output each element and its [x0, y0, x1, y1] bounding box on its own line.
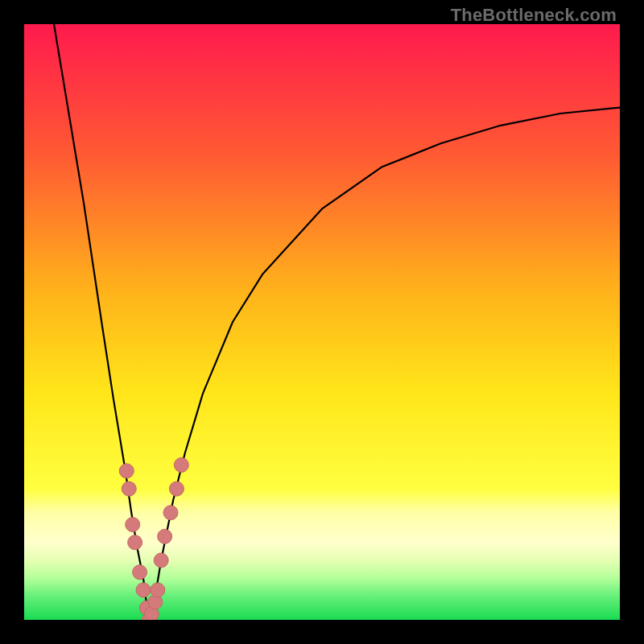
data-point	[169, 481, 184, 496]
plot-area	[24, 24, 620, 620]
data-point	[128, 535, 142, 550]
data-point	[174, 458, 188, 473]
data-point	[163, 506, 178, 520]
data-point	[133, 565, 147, 580]
marker-group	[119, 458, 188, 620]
curve-layer	[24, 24, 620, 620]
data-point	[126, 518, 140, 532]
data-point	[119, 464, 134, 478]
data-point	[122, 481, 136, 496]
watermark: TheBottleneck.com	[451, 5, 617, 26]
data-point	[136, 583, 151, 597]
chart-root: TheBottleneck.com	[0, 0, 644, 644]
data-point	[151, 583, 165, 597]
data-point	[158, 529, 172, 543]
curve-group	[54, 24, 620, 620]
curve-right-branch	[149, 108, 620, 620]
data-point	[154, 553, 168, 568]
